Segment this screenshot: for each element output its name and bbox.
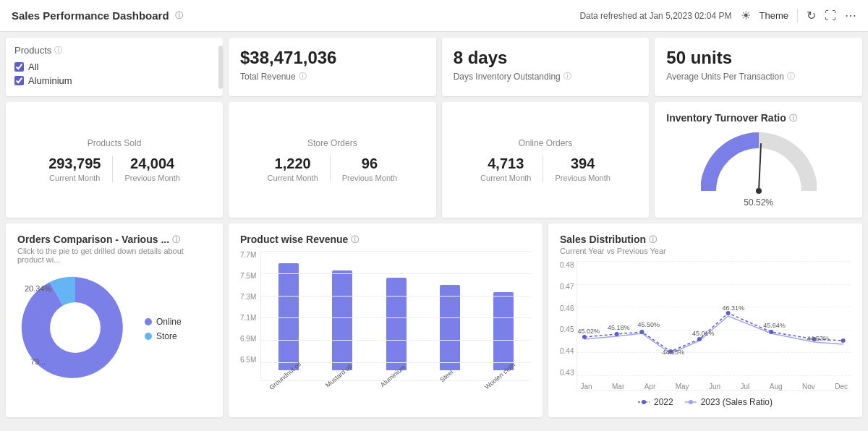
kpi-revenue-label: Total Revenue ⓘ [240,71,425,82]
y-label-0: 7.7M [240,251,256,259]
line-x-axis: Jan Mar Apr May Jun Jul Aug Nov Dec [577,383,851,391]
products-sold-prev-num: 24,004 [130,155,174,172]
gauge-card: Inventory Turnover Ratio ⓘ 50.52% [655,102,862,218]
row3: Orders Comparison - Various ... ⓘ Click … [6,223,862,417]
header: Sales Performance Dashboard ⓘ Data refre… [0,0,868,32]
svg-point-2 [50,302,101,353]
svg-line-0 [759,144,761,191]
gauge-container: 50.52% [666,129,851,208]
svg-point-15 [689,400,693,404]
bar-steel: Steel [428,285,472,380]
more-icon[interactable]: ⋯ [845,9,856,22]
theme-button[interactable]: Theme [760,10,788,21]
line-chart-title: Sales Distribution ⓘ [560,234,851,245]
online-orders-current: 4,713 Current Month [469,155,543,182]
kpi-units-card: 50 units Average Units Per Transaction ⓘ [655,38,862,96]
legend-store-dot [145,333,152,340]
legend-store: Store [145,331,182,341]
y-label-4: 6.9M [240,335,256,343]
bar-aluminium: Aluminium [375,278,418,380]
products-sold-prev-label: Previous Month [124,174,179,182]
pie-chart-title: Orders Comparison - Various ... ⓘ [17,234,211,245]
legend-2022-icon [638,398,650,406]
store-orders-previous: 96 Previous Month [331,155,409,182]
products-sold-current-label: Current Month [49,174,100,182]
bar-aluminium-bar [386,278,407,370]
filter-aluminium-label: Aluminium [28,75,72,86]
bar-woolen-bar [493,292,514,370]
line-chart-card: Sales Distribution ⓘ Current Year vs Pre… [548,223,862,417]
filter-aluminium-checkbox[interactable] [14,76,24,85]
kpi-revenue-info[interactable]: ⓘ [299,71,307,82]
divider [797,9,798,23]
kpi-days-card: 8 days Days Inventory Outstanding ⓘ [442,38,650,96]
dashboard: Products ⓘ All Aluminium $38,471,036 Tot… [0,32,868,423]
online-orders-prev-label: Previous Month [555,174,610,182]
legend-2022-label: 2022 [654,397,673,407]
line-chart-subtitle: Current Year vs Previous Year [560,247,851,255]
online-orders-prev-num: 394 [571,155,595,172]
bar-chart-card: Product wise Revenue ⓘ 7.7M 7.5M 7.3M 7.… [229,223,542,417]
bar-chart-info[interactable]: ⓘ [351,234,359,245]
y-label-3: 7.1M [240,314,256,322]
store-orders-prev-num: 96 [362,155,378,172]
kpi-days-value: 8 days [454,48,638,68]
store-orders-current-num: 1,220 [275,155,311,172]
filter-aluminium[interactable]: Aluminium [14,75,214,86]
kpi-units-label: Average Units Per Transaction ⓘ [666,71,851,82]
line-annotations: 45.02% 45.18% 45.50% 44.15% 45.01% 46.31… [577,261,851,376]
online-orders-values: 4,713 Current Month 394 Previous Month [469,155,622,182]
header-left: Sales Performance Dashboard ⓘ [12,9,183,22]
theme-label: Theme [760,10,788,21]
online-orders-title: Online Orders [519,138,573,148]
pie-chart-subtitle: Click to the pie to get drilled down det… [17,247,211,264]
filter-all-checkbox[interactable] [14,62,24,72]
products-sold-card: Products Sold 293,795 Current Month 24,0… [6,102,223,218]
pie-chart-info[interactable]: ⓘ [172,234,180,245]
svg-point-1 [756,188,762,194]
bar-mustard: Mustard oil [320,270,364,380]
store-orders-values: 1,220 Current Month 96 Previous Month [255,155,409,182]
bar-mustard-bar [332,270,352,370]
y-label-2: 7.3M [240,293,256,301]
pie-svg-container[interactable]: 20.34% 79... [17,270,133,388]
bar-chart-area: 7.7M 7.5M 7.3M 7.1M 6.9M 6.5M [240,251,531,381]
online-orders-previous: 394 Previous Month [543,155,621,182]
refresh-timestamp: Data refreshed at Jan 5,2023 02:04 PM [579,11,731,21]
filter-all-label: All [28,61,38,72]
svg-point-13 [642,400,646,404]
refresh-icon[interactable]: ↻ [807,9,816,22]
line-chart-area: 0.48 0.47 0.46 0.45 0.44 0.43 [560,261,851,391]
bar-groundnut-bar [278,263,299,370]
bar-groundnut: Groundnut oil [267,263,310,380]
pie-legend: Online Store [145,317,182,341]
kpi-days-info[interactable]: ⓘ [563,71,571,82]
scroll-indicator [218,46,223,89]
products-info-icon[interactable]: ⓘ [54,45,62,56]
bar-columns: Groundnut oil Mustard oil Aluminium Stee… [260,251,531,381]
products-sold-title: Products Sold [88,138,142,148]
gauge-info-icon[interactable]: ⓘ [789,113,797,124]
kpi-days-label: Days Inventory Outstanding ⓘ [454,71,638,82]
products-sold-values: 293,795 Current Month 24,004 Previous Mo… [37,155,192,182]
sun-icon: ☀ [741,9,751,22]
legend-2022: 2022 [638,397,673,407]
products-sold-previous: 24,004 Previous Month [113,155,191,182]
legend-2023-label: 2023 (Sales Ratio) [701,397,773,407]
filter-all[interactable]: All [14,61,214,72]
legend-store-label: Store [156,331,177,341]
line-chart-info[interactable]: ⓘ [649,234,657,245]
kpi-units-value: 50 units [666,48,851,68]
legend-2023-icon [685,398,697,406]
online-orders-current-label: Current Month [480,174,531,182]
kpi-units-info[interactable]: ⓘ [787,71,795,82]
line-y-axis: 0.48 0.47 0.46 0.45 0.44 0.43 [560,261,576,391]
store-orders-current-label: Current Month [267,174,318,182]
bar-y-axis: 7.7M 7.5M 7.3M 7.1M 6.9M 6.5M [240,251,260,381]
fullscreen-icon[interactable]: ⛶ [825,9,836,22]
legend-online-dot [145,318,152,325]
info-icon[interactable]: ⓘ [175,10,183,21]
gauge-title: Inventory Turnover Ratio ⓘ [666,112,851,124]
y-label-5: 6.5M [240,356,256,364]
row2: Products Sold 293,795 Current Month 24,0… [6,102,862,218]
